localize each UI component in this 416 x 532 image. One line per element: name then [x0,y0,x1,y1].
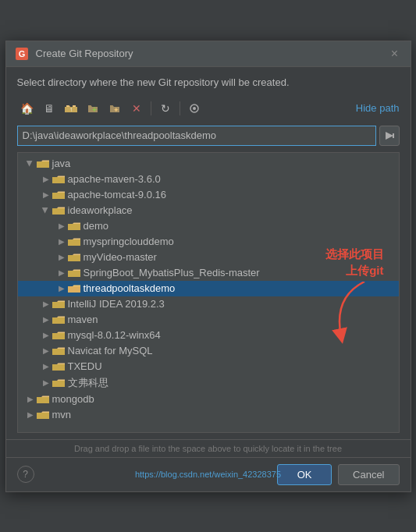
drag-hint: Drag and drop a file into the space abov… [6,439,411,457]
delete-button[interactable]: ✕ [126,99,147,118]
tree-item[interactable]: ▶ myVideo-master [18,250,399,265]
folder-icon [52,173,65,186]
tree-item-label: IntelliJ IDEA 2019.2.3 [68,298,165,310]
chevron-icon: ▶ [55,251,68,264]
dialog-body: Select directory where the new Git repos… [6,67,411,439]
toolbar: 🏠 🖥 ↑ + ✦ [17,98,400,119]
new-folder-button1[interactable]: + [83,99,103,118]
tree-item-label: maven [68,314,98,325]
chevron-icon: ▶ [55,236,68,248]
home-button[interactable]: 🏠 [17,99,37,118]
file-tree[interactable]: ▶ java ▶ apache-maven-3.6.0 ▶ apache-t [17,152,400,433]
folder-icon [52,189,65,201]
desktop-button[interactable]: 🖥 [39,99,59,118]
tree-item[interactable]: ▶ ideaworkplace [18,203,399,218]
title-bar: G Create Git Repository × [6,41,411,67]
tree-item[interactable]: ▶ 文弗科思 [18,374,399,392]
tree-item-label: mvn [52,409,72,420]
close-button[interactable]: × [387,46,403,62]
folder-icon [68,220,80,232]
tree-item-label: java [52,158,71,169]
chevron-icon: ▶ [40,314,52,326]
dialog-subtitle: Select directory where the new Git repos… [17,76,400,88]
cancel-button[interactable]: Cancel [338,464,399,485]
folder-icon [52,314,65,326]
git-icon: G [14,46,30,62]
chevron-icon: ▶ [55,282,68,295]
tree-item[interactable]: ▶ apache-tomcat-9.0.16 [18,187,399,203]
chevron-icon: ▶ [24,158,37,170]
tree-item[interactable]: ▶ TXEDU [18,359,399,374]
tree-item-label: myspringclouddemo [84,236,174,247]
tree-item[interactable]: ▶ threadpooltaskdemo [18,281,399,296]
svg-text:↑: ↑ [69,106,73,113]
chevron-icon: ▶ [40,377,52,389]
svg-point-6 [193,107,196,110]
chevron-icon: ▶ [40,189,52,201]
folder-icon [37,409,49,421]
create-git-repository-dialog: G Create Git Repository × Select directo… [5,41,411,492]
chevron-icon: ▶ [55,220,68,232]
tree-item-label: myVideo-master [84,251,157,263]
folder-icon [52,298,65,310]
folder-button[interactable]: ↑ [61,99,81,118]
path-input[interactable] [17,126,376,146]
tree-item[interactable]: ▶ mongodb [18,392,399,407]
chevron-icon: ▶ [24,393,37,406]
dialog-footer: ? https://blog.csdn.net/weixin_42328375 … [6,457,411,491]
refresh-button[interactable]: ↻ [155,99,176,118]
tree-item[interactable]: ▶ apache-maven-3.6.0 [18,172,399,187]
tree-item-label: mongodb [52,393,94,405]
tree-item[interactable]: ▶ Navicat for MySQL [18,343,399,359]
folder-icon [68,251,80,264]
folder-icon [52,204,65,217]
tree-item-label: threadpooltaskdemo [84,282,176,294]
footer-link[interactable]: https://blog.csdn.net/weixin_42328375 [135,470,281,479]
tree-item[interactable]: ▶ SpringBoot_MybatisPlus_Redis-master [18,265,399,281]
tree-item-label: SpringBoot_MybatisPlus_Redis-master [84,267,260,278]
toolbar-separator [151,101,151,115]
tree-item-label: mysql-8.0.12-winx64 [68,329,161,341]
chevron-icon: ▶ [40,298,52,310]
tree-item[interactable]: ▶ mysql-8.0.12-winx64 [18,328,399,343]
dialog-title: Create Git Repository [36,48,387,59]
toolbar-separator-2 [180,101,180,115]
browse-button[interactable] [379,126,400,146]
tree-item-label: Navicat for MySQL [68,345,153,356]
chevron-icon: ▶ [40,329,52,342]
tree-item[interactable]: ▶ mvn [18,407,399,423]
new-folder-button2[interactable]: ✦ [105,99,125,118]
folder-icon [37,158,49,170]
footer-buttons: OK Cancel [277,464,399,485]
tree-item-label: apache-tomcat-9.0.16 [68,189,166,200]
tree-item[interactable]: ▶ myspringclouddemo [18,234,399,250]
chevron-icon: ▶ [40,173,52,186]
tree-item[interactable]: ▶ demo [18,218,399,234]
svg-text:G: G [18,49,25,59]
chevron-icon: ▶ [24,409,37,421]
folder-icon [52,377,65,389]
help-button[interactable]: ? [17,466,34,483]
tree-item[interactable]: ▶ IntelliJ IDEA 2019.2.3 [18,296,399,312]
chevron-icon: ▶ [55,267,68,279]
folder-icon [52,345,65,357]
tree-item-label: TXEDU [68,360,102,372]
hide-path-link[interactable]: Hide path [356,102,400,114]
folder-icon [37,393,49,406]
folder-icon [52,360,65,373]
chevron-icon: ▶ [40,345,52,357]
folder-icon [68,282,80,295]
chevron-icon: ▶ [40,360,52,373]
folder-icon [68,236,80,248]
tree-section: ▶ java ▶ apache-maven-3.6.0 ▶ apache-t [17,152,400,433]
ok-button[interactable]: OK [277,464,332,485]
settings-button[interactable] [184,99,204,118]
tree-item-label: 文弗科思 [68,376,108,390]
tree-item[interactable]: ▶ maven [18,312,399,328]
chevron-icon: ▶ [40,204,52,217]
path-input-row [17,126,400,146]
tree-item-label: demo [84,220,109,232]
svg-text:+: + [92,105,97,114]
tree-item-label: apache-maven-3.6.0 [68,173,161,185]
tree-item[interactable]: ▶ java [18,156,399,172]
